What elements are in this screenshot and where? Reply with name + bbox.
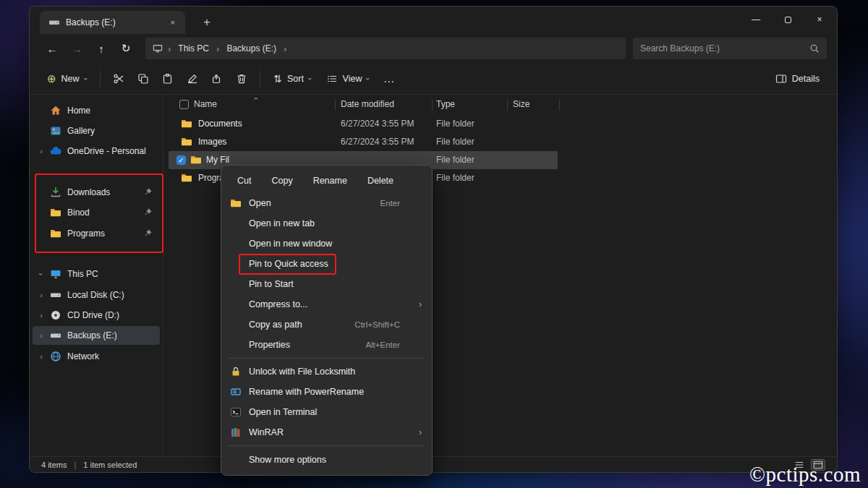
file-row-documents[interactable]: Documents 6/27/2024 3:55 PM File folder (163, 115, 831, 133)
hard-disk-icon (50, 289, 61, 301)
minimize-button[interactable]: — (740, 7, 772, 33)
chevron-right-icon[interactable]: › (33, 291, 50, 299)
new-tab-button[interactable]: + (197, 13, 216, 32)
details-pane-icon (775, 73, 787, 85)
close-button[interactable]: × (804, 7, 835, 33)
sidebar-item-home[interactable]: Home (33, 101, 160, 120)
details-button[interactable]: Details (768, 69, 827, 89)
search-input[interactable]: Search Backups (E:) (640, 43, 804, 53)
submenu-arrow-icon: › (410, 299, 422, 309)
sidebar-item-gallery[interactable]: Gallery (33, 121, 160, 140)
sidebar-item-binod[interactable]: Binod (33, 203, 160, 222)
rename-menu-button[interactable]: Rename (306, 172, 354, 189)
search-box[interactable]: Search Backups (E:) (633, 38, 827, 59)
column-date-modified[interactable]: Date modified (341, 99, 394, 109)
sidebar-item-backups-e[interactable]: › Backups (E:) (33, 326, 160, 345)
rename-button[interactable] (180, 68, 205, 90)
toolbar-divider (260, 71, 260, 87)
menu-divider (229, 358, 425, 359)
delete-menu-button[interactable]: Delete (360, 172, 401, 189)
sidebar-item-cd-drive-d[interactable]: › CD Drive (D:) (33, 306, 160, 325)
paste-button[interactable] (156, 68, 180, 90)
search-icon[interactable] (809, 43, 820, 53)
menu-item-compress-to[interactable]: Compress to... › (224, 294, 429, 314)
copy-menu-button[interactable]: Copy (264, 172, 299, 189)
explorer-tab[interactable]: Backups (E:) × (40, 11, 185, 34)
view-button[interactable]: View › (319, 69, 378, 89)
this-pc-icon (50, 268, 61, 280)
menu-item-show-more-options[interactable]: Show more options (224, 449, 429, 471)
menu-item-copy-as-path[interactable]: Copy as path Ctrl+Shift+C (224, 314, 429, 335)
pin-icon (142, 207, 153, 218)
sidebar-item-this-pc[interactable]: › This PC (33, 265, 160, 283)
powerrename-icon (230, 386, 249, 398)
folder-icon (181, 136, 192, 147)
new-button[interactable]: ⊕ New › (40, 68, 94, 90)
folder-open-icon (230, 197, 249, 209)
items-count: 4 items (41, 461, 67, 469)
sidebar-item-network[interactable]: › Network (33, 347, 160, 366)
menu-item-open-new-tab[interactable]: Open in new tab (224, 213, 429, 234)
home-icon (50, 105, 61, 116)
menu-item-properties[interactable]: Properties Alt+Enter (224, 335, 429, 355)
close-tab-icon[interactable]: × (166, 17, 179, 28)
file-row-images[interactable]: Images 6/27/2024 3:55 PM File folder (163, 133, 831, 151)
sort-button-label: Sort (287, 74, 304, 84)
cut-button[interactable] (106, 68, 131, 90)
maximize-icon (785, 17, 791, 23)
chevron-right-icon[interactable]: › (33, 147, 50, 155)
breadcrumb-this-pc[interactable]: This PC (176, 42, 211, 55)
details-button-label: Details (792, 74, 820, 84)
view-button-label: View (343, 74, 362, 84)
toolbar-divider (100, 71, 101, 87)
more-options-button[interactable]: … (377, 68, 401, 90)
menu-item-unlock-file-locksmith[interactable]: Unlock with File Locksmith (224, 361, 429, 382)
watermark: ©pctips.com (749, 463, 861, 487)
sidebar-item-local-disk-c[interactable]: › Local Disk (C:) (33, 286, 160, 304)
column-type[interactable]: Type (436, 99, 455, 109)
sort-button[interactable]: ⇅ Sort › (266, 69, 318, 89)
plus-icon: ⊕ (47, 72, 56, 85)
column-size[interactable]: Size (513, 99, 529, 109)
column-name[interactable]: Name (194, 99, 217, 109)
copy-button[interactable] (131, 68, 156, 90)
explorer-window: Backups (E:) × + — × ← → ↑ ↻ › This PC › (29, 6, 838, 473)
refresh-icon[interactable]: ↻ (114, 38, 138, 59)
status-bar: 4 items | 1 item selected (30, 456, 837, 472)
back-icon[interactable]: ← (40, 38, 64, 59)
pin-icon (142, 228, 153, 239)
chevron-right-icon[interactable]: › (33, 352, 50, 361)
delete-button[interactable] (229, 68, 254, 90)
share-button[interactable] (205, 68, 229, 90)
chevron-right-icon[interactable]: › (33, 311, 50, 320)
menu-item-pin-to-quick-access[interactable]: Pin to Quick access (224, 254, 429, 274)
menu-item-open[interactable]: Open Enter (224, 193, 429, 213)
chevron-right-icon[interactable]: › (33, 331, 50, 340)
menu-item-pin-to-start[interactable]: Pin to Start (224, 274, 429, 294)
chevron-down-icon[interactable]: › (37, 265, 46, 283)
sidebar-item-downloads[interactable]: Downloads (33, 183, 160, 202)
folder-icon (190, 154, 202, 166)
sidebar-item-programs[interactable]: Programs (33, 224, 160, 243)
breadcrumb-backups[interactable]: Backups (E:) (224, 42, 278, 55)
forward-icon[interactable]: → (64, 38, 89, 59)
select-all-checkbox[interactable] (179, 100, 189, 109)
content-area: Home Gallery › OneDrive - Personal Downl… (30, 95, 837, 456)
breadcrumb[interactable]: › This PC › Backups (E:) › (145, 38, 626, 59)
sidebar-item-onedrive[interactable]: › OneDrive - Personal (33, 142, 160, 160)
onedrive-icon (50, 145, 61, 157)
desktop: Backups (E:) × + — × ← → ↑ ↻ › This PC › (0, 0, 868, 488)
address-bar: ← → ↑ ↻ › This PC › Backups (E:) › Searc… (30, 34, 837, 63)
maximize-button[interactable] (772, 7, 804, 33)
row-checkbox-checked[interactable]: ✓ (176, 155, 186, 165)
cut-menu-button[interactable]: Cut (230, 172, 258, 189)
sort-ascending-icon: › (252, 98, 260, 100)
menu-item-winrar[interactable]: WinRAR › (224, 422, 429, 442)
menu-item-open-new-window[interactable]: Open in new window (224, 234, 429, 254)
menu-item-rename-powerrename[interactable]: Rename with PowerRename (224, 382, 429, 402)
menu-item-open-in-terminal[interactable]: Open in Terminal (224, 402, 429, 422)
menu-divider (229, 445, 425, 446)
breadcrumb-chevron-icon: › (284, 43, 286, 54)
window-controls: — × (740, 7, 835, 33)
up-icon[interactable]: ↑ (89, 38, 114, 59)
